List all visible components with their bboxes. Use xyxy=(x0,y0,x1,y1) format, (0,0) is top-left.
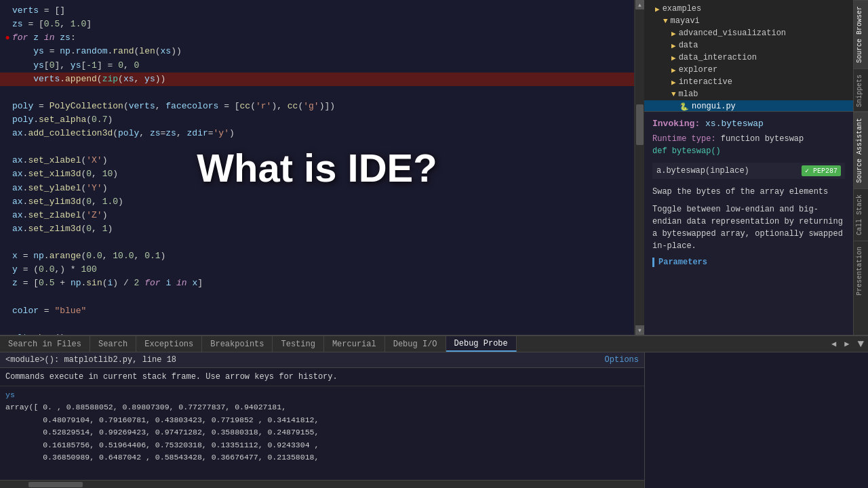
code-line-2: zs = [0.5, 1.0] xyxy=(0,18,634,31)
code-line-20: y = (0.0,) * 100 xyxy=(0,263,634,277)
code-editor[interactable]: verts = [] zs = [0.5, 1.0] ● for z in zs… xyxy=(0,0,635,335)
sa-invoking-label: Invoking: xyxy=(652,119,700,129)
code-line-19: x = np.arange(0.0, 10.0, 0.1) xyxy=(0,249,634,263)
vtab-snippets[interactable]: ring Snippets xyxy=(854,68,868,111)
file-tree-examples-label: examples xyxy=(663,4,702,14)
code-line-14: ax.set_ylabel('Y') xyxy=(0,182,634,195)
sa-invoking-value: xs.byteswap xyxy=(705,119,764,129)
scroll-down-button[interactable]: ▼ xyxy=(635,325,645,335)
vtab-source-browser[interactable]: Source Browser xyxy=(854,0,868,68)
file-tree-mlab-label: mlab xyxy=(679,89,698,99)
file-tree-explorer-label: explorer xyxy=(679,65,718,75)
code-editor-wrapper: verts = [] zs = [0.5, 1.0] ● for z in zs… xyxy=(0,0,644,335)
folder-icon-mayavi: ▼ xyxy=(663,17,668,25)
btab-dropdown[interactable]: ▼ xyxy=(853,337,868,352)
tab-exceptions[interactable]: Exceptions xyxy=(136,336,202,352)
code-line-16: ax.set_zlabel('Z') xyxy=(0,209,634,222)
folder-icon-data: ▶ xyxy=(671,41,676,50)
sa-signature: a.byteswap(inplace) ✓ PEP287 xyxy=(652,163,845,179)
vtab-call-stack[interactable]: Call Stack xyxy=(854,188,868,241)
debug-output[interactable]: ys array([ 0. , 0.88588052, 0.89807309, … xyxy=(0,386,644,480)
source-assistant-panel: Invoking: xs.byteswap Runtime type: func… xyxy=(644,111,868,335)
sa-runtime-label: Runtime type: xyxy=(652,134,716,144)
debug-output-line-3: 0.48079104, 0.79160781, 0.43803423, 0.77… xyxy=(5,414,639,426)
tab-mercurial[interactable]: Mercurial xyxy=(324,336,385,352)
btab-arrows: ◀ ▶ ▼ xyxy=(827,337,868,352)
debug-output-line-1: ys xyxy=(5,389,639,401)
code-line-8: poly = PolyCollection(verts, facecolors … xyxy=(0,100,634,113)
file-tree-advanced[interactable]: ▶ advanced_visualization xyxy=(644,27,853,39)
folder-icon-mlab: ▼ xyxy=(671,90,676,98)
code-line-6: verts.append(zip(xs, ys)) xyxy=(0,73,634,86)
tab-testing[interactable]: Testing xyxy=(273,336,323,352)
horiz-scrollbar[interactable] xyxy=(0,480,644,488)
right-panel: ▶ examples ▼ mayavi ▶ advanced_visualiza… xyxy=(644,0,868,335)
sa-vtabs: Source Assistant Call Stack Presentation xyxy=(853,112,868,335)
file-tree-interactive[interactable]: ▶ interactive xyxy=(644,76,853,88)
folder-icon-interactive: ▶ xyxy=(671,78,676,87)
code-line-10: ax.add_collection3d(poly, zs=zs, zdir='y… xyxy=(0,127,634,140)
tab-search[interactable]: Search xyxy=(90,336,136,352)
file-tree-mlab[interactable]: ▼ mlab xyxy=(644,88,853,100)
debug-commands: Commands execute in current stack frame.… xyxy=(0,368,644,386)
file-tree-data-interaction-label: data_interaction xyxy=(679,53,757,62)
folder-icon: ▶ xyxy=(655,5,660,14)
tab-search-in-files[interactable]: Search in Files xyxy=(0,336,90,352)
code-line-18 xyxy=(0,236,634,249)
editor-scrollbar[interactable]: ▲ ▼ xyxy=(635,0,644,335)
file-browser[interactable]: ▶ examples ▼ mayavi ▶ advanced_visualiza… xyxy=(644,0,853,111)
folder-icon-data-interaction: ▶ xyxy=(671,54,676,62)
debug-output-line-6: 0.36850989, 0.6487042 , 0.58543428, 0.36… xyxy=(5,451,639,464)
sa-invoking: Invoking: xs.byteswap xyxy=(652,119,845,129)
file-tree-data[interactable]: ▶ data xyxy=(644,39,853,52)
scrollbar-track[interactable] xyxy=(635,9,644,325)
file-tree-data-interaction[interactable]: ▶ data_interaction xyxy=(644,52,853,64)
tab-debug-io[interactable]: Debug I/O xyxy=(385,336,446,352)
debug-left: <module>(): matplotlib2.py, line 18 Opti… xyxy=(0,352,644,488)
file-tree-data-label: data xyxy=(679,41,698,50)
tab-debug-probe[interactable]: Debug Probe xyxy=(446,336,517,352)
scrollbar-thumb[interactable] xyxy=(636,104,644,145)
vtab-source-assistant[interactable]: Source Assistant xyxy=(854,112,868,188)
tab-breakpoints[interactable]: Breakpoints xyxy=(202,336,273,352)
vtab-presentation[interactable]: Presentation xyxy=(854,241,868,301)
file-tree-examples[interactable]: ▶ examples xyxy=(644,3,853,15)
file-tree-nongui[interactable]: 🐍 nongui.py xyxy=(644,100,853,111)
code-line-3: ● for z in zs: xyxy=(0,31,634,45)
vertical-tabs: Source Browser ring Snippets xyxy=(853,0,868,111)
debug-output-line-4: 0.52829514, 0.99269423, 0.97471282, 0.35… xyxy=(5,426,639,439)
file-tree-mayavi[interactable]: ▼ mayavi xyxy=(644,15,853,27)
code-line-7 xyxy=(0,86,634,100)
file-tree-advanced-label: advanced_visualization xyxy=(679,28,786,38)
code-line-5: ys[0], ys[-1] = 0, 0 xyxy=(0,59,634,73)
bottom-tabs: Search in Files Search Exceptions Breakp… xyxy=(0,335,868,352)
debug-output-line-5: 0.16185756, 0.51964406, 0.75320318, 0.13… xyxy=(5,439,639,451)
code-line-11 xyxy=(0,140,634,154)
btab-left-arrow[interactable]: ◀ xyxy=(827,338,840,350)
file-tree-mayavi-label: mayavi xyxy=(671,16,700,26)
code-line-12: ax.set_xlabel('X') xyxy=(0,154,634,167)
scroll-up-button[interactable]: ▲ xyxy=(635,0,645,9)
code-line-22 xyxy=(0,291,634,304)
hscroll-thumb[interactable] xyxy=(28,482,83,487)
code-content: verts = [] zs = [0.5, 1.0] ● for z in zs… xyxy=(0,0,634,335)
sa-runtime-value: function byteswap xyxy=(721,134,804,144)
pep-badge: ✓ PEP287 xyxy=(802,165,841,176)
folder-icon-advanced: ▶ xyxy=(671,29,676,38)
debug-output-line-2: array([ 0. , 0.88588052, 0.89807309, 0.7… xyxy=(5,401,639,413)
debug-right xyxy=(644,352,868,488)
sa-description2: Toggle between low-endian and big-endian… xyxy=(652,203,845,252)
debug-header: <module>(): matplotlib2.py, line 18 Opti… xyxy=(0,352,644,368)
right-panel-inner: ▶ examples ▼ mayavi ▶ advanced_visualiza… xyxy=(644,0,868,111)
code-line-4: ys = np.random.rand(len(xs)) xyxy=(0,45,634,58)
sa-def: def byteswap() xyxy=(652,146,845,156)
bottom-debug: <module>(): matplotlib2.py, line 18 Opti… xyxy=(0,352,868,488)
file-tree-explorer[interactable]: ▶ explorer xyxy=(644,64,853,76)
debug-header-text: <module>(): matplotlib2.py, line 18 xyxy=(5,355,176,365)
folder-icon-explorer: ▶ xyxy=(671,66,676,75)
line-indicator-3: ● xyxy=(3,32,12,45)
sa-description1: Swap the bytes of the array elements xyxy=(652,186,845,198)
debug-options-button[interactable]: Options xyxy=(605,355,639,365)
btab-right-arrow[interactable]: ▶ xyxy=(840,338,853,350)
code-line-15: ax.set_ylim3d(0, 1.0) xyxy=(0,195,634,209)
